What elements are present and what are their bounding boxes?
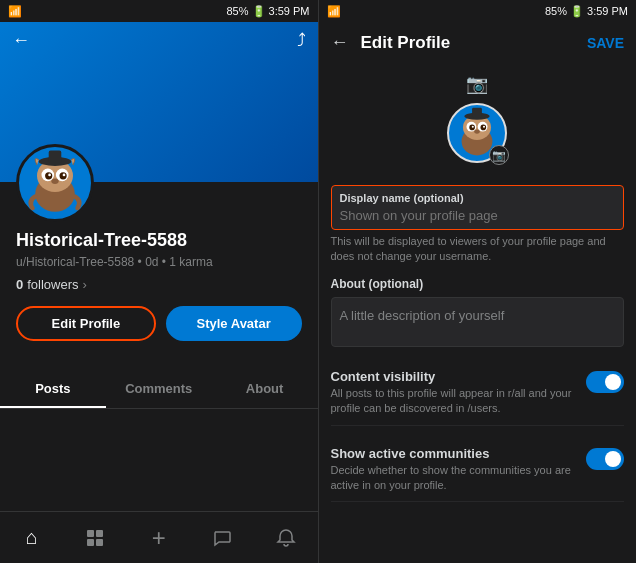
toggle-knob <box>605 374 621 390</box>
right-status-bar: 📶 85% 🔋 3:59 PM <box>319 0 637 22</box>
back-button[interactable]: ← <box>12 30 30 51</box>
svg-rect-11 <box>87 530 94 537</box>
edit-profile-content: 📷 <box>319 63 637 563</box>
active-communities-section: Show active communities Decide whether t… <box>331 438 625 503</box>
left-time: 3:59 PM <box>269 5 310 17</box>
display-name-hint: This will be displayed to viewers of you… <box>331 234 625 265</box>
tab-about[interactable]: About <box>212 369 318 408</box>
profile-buttons: Edit Profile Style Avatar <box>16 306 302 341</box>
nav-notifications[interactable] <box>266 518 306 558</box>
nav-add[interactable]: + <box>139 518 179 558</box>
svg-point-25 <box>474 130 480 134</box>
svg-point-24 <box>483 126 485 128</box>
right-battery-icon: 🔋 <box>570 5 584 18</box>
about-field-box[interactable]: A little description of yourself <box>331 297 625 347</box>
nav-chat[interactable] <box>202 518 242 558</box>
svg-rect-3 <box>49 151 62 164</box>
left-status-bar: 📶 85% 🔋 3:59 PM <box>0 0 318 22</box>
share-button[interactable]: ⤴ <box>297 30 306 51</box>
svg-rect-13 <box>87 539 94 546</box>
right-time: 3:59 PM <box>587 5 628 17</box>
content-visibility-title: Content visibility <box>331 369 575 384</box>
right-status-icons: 85% 🔋 3:59 PM <box>227 5 310 18</box>
signal-icons: 📶 <box>8 5 22 18</box>
content-visibility-desc: All posts to this profile will appear in… <box>331 386 575 417</box>
right-back-button[interactable]: ← <box>331 32 349 53</box>
about-section: About (optional) A little description of… <box>331 277 625 347</box>
content-visibility-row: Content visibility All posts to this pro… <box>331 361 625 426</box>
svg-point-8 <box>48 174 51 177</box>
banner-camera-icon[interactable]: 📷 <box>466 73 488 95</box>
content-visibility-section: Content visibility All posts to this pro… <box>331 361 625 426</box>
active-communities-row: Show active communities Decide whether t… <box>331 438 625 503</box>
followers-count: 0 <box>16 277 23 292</box>
active-communities-desc: Decide whether to show the communities y… <box>331 463 575 494</box>
tab-posts[interactable]: Posts <box>0 369 106 408</box>
followers-label: followers <box>27 277 78 292</box>
profile-username: Historical-Tree-5588 <box>16 230 302 251</box>
save-button[interactable]: SAVE <box>587 35 624 51</box>
about-label: About (optional) <box>331 277 625 291</box>
avatar-edit-section: 📷 <box>331 63 625 173</box>
about-placeholder: A little description of yourself <box>340 308 505 323</box>
edit-profile-header: ← Edit Profile SAVE <box>319 22 637 63</box>
profile-banner: ← ⤴ <box>0 22 318 182</box>
header-left: ← Edit Profile <box>331 32 451 53</box>
svg-rect-12 <box>96 530 103 537</box>
right-battery-pct: 85% <box>545 5 567 17</box>
style-avatar-button[interactable]: Style Avatar <box>166 306 302 341</box>
display-name-section: Display name (optional) This will be dis… <box>331 185 625 265</box>
edit-profile-button[interactable]: Edit Profile <box>16 306 156 341</box>
svg-point-23 <box>472 126 474 128</box>
avatar <box>16 144 94 222</box>
active-communities-toggle[interactable] <box>586 448 624 470</box>
display-name-input[interactable] <box>332 204 624 229</box>
content-visibility-text: Content visibility All posts to this pro… <box>331 369 587 417</box>
svg-rect-14 <box>96 539 103 546</box>
nav-home[interactable]: ⌂ <box>12 518 52 558</box>
avatar-camera-badge[interactable]: 📷 <box>489 145 509 165</box>
right-panel: 📶 85% 🔋 3:59 PM ← Edit Profile SAVE 📷 <box>319 0 637 563</box>
battery-icon: 🔋 <box>252 5 266 18</box>
bottom-nav: ⌂ + <box>0 511 318 563</box>
edit-profile-title: Edit Profile <box>361 33 451 53</box>
display-name-label: Display name (optional) <box>332 186 624 204</box>
active-communities-text: Show active communities Decide whether t… <box>331 446 587 494</box>
svg-rect-18 <box>472 108 482 118</box>
tab-bar: Posts Comments About <box>0 369 318 409</box>
content-visibility-toggle[interactable] <box>586 371 624 393</box>
wifi-icon: 📶 <box>8 5 22 18</box>
header-icons: ← ⤴ <box>0 30 318 51</box>
toggle-knob-2 <box>605 451 621 467</box>
avatar-edit-wrapper[interactable]: 📷 <box>447 103 507 163</box>
tab-comments[interactable]: Comments <box>106 369 212 408</box>
chevron-right-icon: › <box>83 277 87 292</box>
active-communities-title: Show active communities <box>331 446 575 461</box>
right-signal-icon: 📶 <box>327 5 341 18</box>
svg-point-9 <box>63 174 66 177</box>
display-name-field-box[interactable]: Display name (optional) <box>331 185 625 230</box>
left-panel: 📶 85% 🔋 3:59 PM ← ⤴ <box>0 0 318 563</box>
profile-meta: u/Historical-Tree-5588 • 0d • 1 karma <box>16 255 302 269</box>
svg-point-10 <box>51 179 58 184</box>
battery-pct: 85% <box>227 5 249 17</box>
followers-row[interactable]: 0 followers › <box>16 277 302 292</box>
nav-communities[interactable] <box>75 518 115 558</box>
